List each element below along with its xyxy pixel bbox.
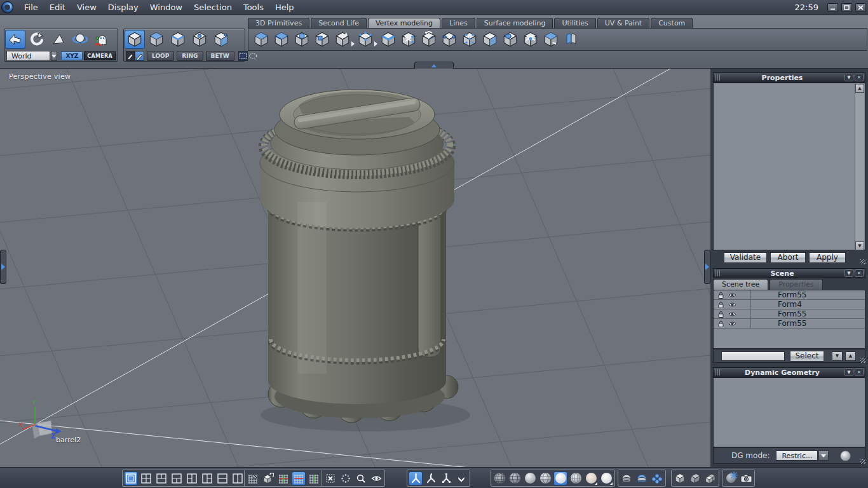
drag-grip-icon[interactable] bbox=[715, 74, 720, 81]
drag-grip-icon[interactable] bbox=[715, 270, 720, 276]
universal-manipulator-button[interactable] bbox=[70, 30, 90, 49]
select-vertex-mode-button[interactable] bbox=[189, 30, 210, 49]
smooth-shaded-button[interactable] bbox=[553, 471, 567, 485]
marquee-select-toggle[interactable] bbox=[238, 51, 248, 61]
abort-button[interactable]: Abort bbox=[770, 252, 806, 263]
smooth-wire-button[interactable] bbox=[569, 471, 583, 485]
show-copies-button[interactable] bbox=[703, 471, 717, 485]
dg-mode-dropdown-button[interactable] bbox=[818, 451, 829, 461]
menu-display[interactable]: Display bbox=[102, 0, 144, 15]
dg-preview-sphere-button[interactable] bbox=[840, 451, 851, 461]
textured-button[interactable] bbox=[584, 471, 598, 485]
vm-tool-3-button[interactable] bbox=[292, 30, 311, 49]
close-button[interactable] bbox=[855, 3, 866, 12]
select-face-mode-button[interactable] bbox=[146, 30, 166, 49]
scene-tree-row[interactable]: Form4 bbox=[714, 300, 865, 309]
fit-view-button[interactable] bbox=[323, 471, 337, 485]
eye-icon[interactable] bbox=[728, 301, 736, 308]
scale-tool-button[interactable] bbox=[48, 30, 69, 49]
vm-tool-10-button[interactable] bbox=[440, 30, 459, 49]
menu-edit[interactable]: Edit bbox=[44, 0, 71, 15]
menu-help[interactable]: Help bbox=[269, 0, 300, 15]
scene-resize-grip[interactable] bbox=[860, 358, 865, 363]
scene-collapse-button[interactable]: ▼ bbox=[844, 269, 853, 277]
scroll-down-button[interactable]: ▼ bbox=[855, 241, 864, 250]
tab-custom[interactable]: Custom bbox=[651, 18, 693, 28]
perspective-viewport[interactable]: Perspective view Y X Z barrel2 bbox=[0, 69, 710, 467]
scene-tree-row[interactable]: Form55 bbox=[714, 309, 865, 319]
tab-3d-primitives[interactable]: 3D Primitives bbox=[248, 18, 309, 28]
tab-vertex-modeling[interactable]: Vertex modeling bbox=[368, 18, 440, 28]
select-object-mode-button[interactable] bbox=[125, 30, 145, 49]
scene-tree-row[interactable]: Form55 bbox=[714, 290, 865, 300]
menu-file[interactable]: File bbox=[18, 0, 44, 15]
look-around-button[interactable] bbox=[369, 471, 383, 485]
layout-bottom-split-button[interactable] bbox=[170, 471, 184, 485]
lock-icon[interactable] bbox=[717, 301, 724, 309]
menu-view[interactable]: View bbox=[71, 0, 102, 15]
xyz-toggle-button[interactable]: XYZ bbox=[61, 51, 83, 60]
scene-close-button[interactable]: ✕ bbox=[855, 269, 864, 277]
zoom-view-button[interactable] bbox=[354, 471, 368, 485]
vm-tool-1-button[interactable] bbox=[252, 30, 271, 49]
smoothing-on-button[interactable] bbox=[635, 471, 649, 485]
vm-tool-7-button[interactable] bbox=[379, 30, 398, 49]
wireframe-button[interactable] bbox=[508, 471, 522, 485]
properties-scrollbar[interactable]: ▲ ▼ bbox=[855, 84, 864, 250]
hide-manipulator-button[interactable] bbox=[454, 471, 468, 485]
snap-to-grid-button[interactable] bbox=[246, 471, 260, 485]
dg-collapse-button[interactable]: ▼ bbox=[844, 369, 853, 376]
left-panel-collapse-handle[interactable] bbox=[0, 250, 6, 284]
smoothing-level-button[interactable] bbox=[650, 471, 664, 485]
vm-tool-9-button[interactable] bbox=[419, 30, 438, 49]
layout-two-columns-button[interactable] bbox=[231, 471, 245, 485]
vm-tool-6-button[interactable] bbox=[356, 30, 375, 49]
flat-shaded-button[interactable] bbox=[523, 471, 537, 485]
lighting-button[interactable] bbox=[724, 471, 738, 485]
toolbar-collapse-handle[interactable] bbox=[414, 62, 454, 69]
lock-icon[interactable] bbox=[717, 291, 724, 299]
tab-scene-tree[interactable]: Scene tree bbox=[713, 279, 768, 290]
tab-surface-modeling[interactable]: Surface modeling bbox=[477, 18, 553, 28]
paint-select-on-toggle[interactable] bbox=[135, 51, 144, 61]
maximize-button[interactable] bbox=[841, 3, 852, 12]
lasso-select-toggle[interactable] bbox=[248, 51, 258, 61]
between-select-button[interactable]: BETW bbox=[206, 51, 234, 61]
tab-utilities[interactable]: Utilities bbox=[554, 18, 595, 28]
vm-tool-11-button[interactable] bbox=[460, 30, 479, 49]
loop-select-button[interactable]: LOOP bbox=[147, 51, 174, 61]
lock-icon[interactable] bbox=[717, 310, 724, 318]
scene-item-label[interactable]: Form55 bbox=[778, 319, 807, 328]
properties-collapse-button[interactable]: ▼ bbox=[844, 74, 853, 81]
textured-lit-button[interactable] bbox=[599, 471, 613, 485]
menu-tools[interactable]: Tools bbox=[238, 0, 269, 15]
vm-tool-8-button[interactable] bbox=[399, 30, 418, 49]
scene-move-down-button[interactable]: ▼ bbox=[832, 351, 843, 361]
tab-lines[interactable]: Lines bbox=[442, 18, 475, 28]
vm-tool-5-button[interactable] bbox=[333, 30, 352, 49]
move-tool-button[interactable] bbox=[5, 30, 25, 49]
scene-select-button[interactable]: Select bbox=[790, 351, 824, 362]
scene-panel-header[interactable]: Scene ▼ ✕ bbox=[713, 268, 865, 278]
minimize-button[interactable] bbox=[827, 3, 838, 12]
grid-axes-button[interactable] bbox=[276, 471, 290, 485]
eye-icon[interactable] bbox=[728, 311, 736, 318]
grid-plane-button[interactable] bbox=[307, 471, 321, 485]
show-move-manipulator-button[interactable] bbox=[409, 471, 423, 485]
coordinate-space-dropdown-button[interactable] bbox=[51, 51, 58, 61]
vm-tool-12-button[interactable] bbox=[480, 30, 499, 49]
ring-select-button[interactable]: RING bbox=[177, 51, 203, 61]
select-uv-mode-button[interactable] bbox=[211, 30, 231, 49]
tab-scene-properties[interactable]: Properties bbox=[770, 279, 823, 290]
layout-quad-button[interactable] bbox=[139, 471, 153, 485]
coordinate-space-select[interactable]: World bbox=[6, 51, 50, 61]
tab-uv-paint[interactable]: UV & Paint bbox=[597, 18, 649, 28]
shaded-wire-button[interactable] bbox=[538, 471, 552, 485]
wireframe-dense-button[interactable] bbox=[492, 471, 506, 485]
smoothing-off-button[interactable] bbox=[620, 471, 634, 485]
scene-item-label[interactable]: Form55 bbox=[778, 290, 807, 299]
scroll-up-button[interactable]: ▲ bbox=[855, 84, 864, 93]
show-scale-manipulator-button[interactable] bbox=[439, 471, 453, 485]
vm-tool-6-dropdown-marker[interactable] bbox=[374, 41, 377, 46]
menu-selection[interactable]: Selection bbox=[188, 0, 238, 15]
